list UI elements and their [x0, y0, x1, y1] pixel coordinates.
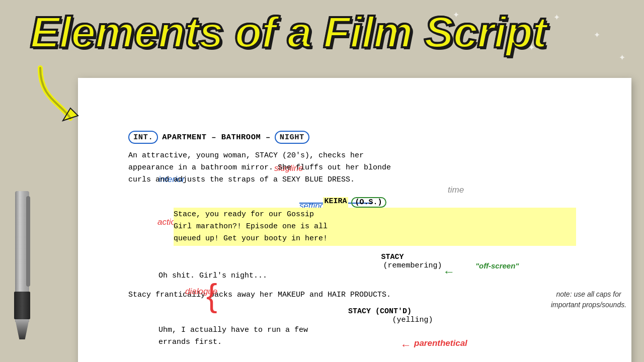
parenthetical-line: (remembering)	[204, 261, 621, 270]
character1-line: KEIRA (O.S.)	[128, 197, 581, 208]
pen-clip	[26, 196, 30, 287]
dialogue2-block: Oh shit. Girl's night...	[158, 270, 571, 282]
os-tag: (O.S.)	[351, 197, 386, 208]
dialogue1-text: Stace, you ready for our GossipGirl mara…	[174, 210, 328, 243]
pen-grip	[14, 292, 30, 319]
annotation-note: note: use all caps for important props/s…	[546, 289, 631, 310]
slugline-night: NIGHT	[275, 131, 309, 144]
character1-name: KEIRA	[323, 197, 348, 208]
dialogue3-text: Uhm, I actually have to run a fewerrands…	[158, 326, 308, 346]
script-inner: INT. APARTMENT – BATHROOM – NIGHT An att…	[128, 103, 621, 362]
title-container: Elements of a Film Script	[30, 10, 614, 54]
parenthetical2-text: (yelling)	[392, 316, 433, 324]
action-text: An attractive, young woman, STACY (20's)…	[128, 151, 391, 184]
parenthetical-text: (remembering)	[383, 261, 442, 270]
star-decoration: ✦	[619, 50, 625, 64]
dialogue3-block: Uhm, I actually have to run a fewerrands…	[158, 324, 571, 348]
page-title: Elements of a Film Script	[30, 7, 546, 57]
annotation-dialogue: dialogue	[185, 287, 217, 297]
parenthetical-arrow-icon: ←	[403, 339, 409, 352]
arrow-icon	[30, 58, 80, 123]
parenthetical2-line: (yelling)	[204, 316, 621, 324]
slugline-line: INT. APARTMENT – BATHROOM – NIGHT	[128, 131, 621, 144]
slugline-middle: APARTMENT – BATHROOM –	[162, 133, 271, 142]
script-paper: interior slugline setting time action li…	[78, 78, 631, 362]
annotation-offscreen: "off-screen"	[475, 261, 519, 270]
pen-decoration	[0, 191, 55, 352]
character3-name: STACY (CONT'D)	[348, 307, 412, 316]
character3-line: STACY (CONT'D)	[179, 307, 581, 316]
action2-text: Stacy frantically packs away her MAKEUP …	[128, 291, 391, 299]
annotation-parenthetical: parenthetical	[414, 338, 467, 348]
action-block: An attractive, young woman, STACY (20's)…	[128, 150, 621, 186]
character2-name: STACY	[381, 253, 404, 261]
offscreen-arrow-icon: ←	[445, 265, 452, 279]
slugline-int: INT.	[128, 131, 158, 144]
character2-line: STACY	[204, 253, 581, 261]
pen-tip	[15, 319, 29, 339]
dialogue1-block: Stace, you ready for our GossipGirl mara…	[174, 208, 576, 246]
